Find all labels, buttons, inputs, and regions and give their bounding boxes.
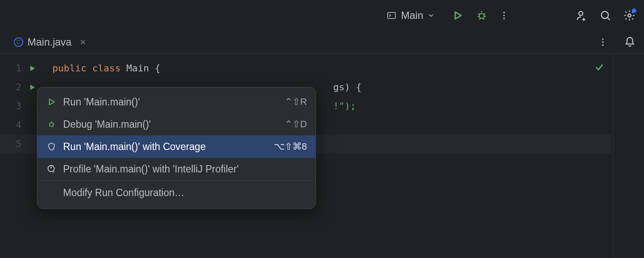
menu-shortcut: ⌥⇧⌘8 [274, 141, 307, 152]
menu-modify-config[interactable]: Modify Run Configuration… [37, 180, 316, 205]
main-toolbar: Main [0, 0, 644, 31]
svg-point-6 [601, 12, 608, 18]
class-file-icon: C [14, 37, 23, 47]
editor-tab-main[interactable]: C Main.java [8, 31, 92, 53]
menu-label: Modify Run Configuration… [63, 187, 185, 199]
inspection-ok-icon[interactable] [594, 62, 605, 73]
bug-icon [46, 120, 57, 129]
gutter-context-menu: Run 'Main.main()' ⌃⇧R Debug 'Main.main()… [37, 87, 316, 209]
chevron-down-icon [428, 12, 434, 19]
svg-point-1 [479, 13, 484, 18]
run-gutter-icon[interactable] [28, 64, 36, 72]
tab-filename: Main.java [27, 36, 72, 48]
svg-point-7 [628, 14, 631, 17]
more-actions-button[interactable] [500, 9, 508, 22]
settings-update-badge [632, 9, 636, 13]
svg-point-12 [602, 44, 604, 46]
code-line: public class Main { [50, 59, 644, 78]
line-number: 1 [0, 59, 21, 78]
menu-profile[interactable]: Profile 'Main.main()' with 'IntelliJ Pro… [37, 158, 316, 180]
profiler-icon [46, 164, 57, 174]
right-tool-rail [613, 54, 644, 258]
menu-label: Profile 'Main.main()' with 'IntelliJ Pro… [63, 163, 239, 175]
menu-label: Run 'Main.main()' with Coverage [63, 141, 206, 153]
shield-run-icon [46, 142, 57, 151]
notifications-icon[interactable] [624, 37, 635, 48]
svg-point-5 [579, 12, 583, 15]
run-gutter-icon[interactable] [28, 83, 36, 91]
run-button[interactable] [452, 9, 464, 22]
add-user-icon[interactable] [575, 9, 587, 22]
line-number: 5 [0, 135, 21, 154]
menu-debug[interactable]: Debug 'Main.main()' ⌃⇧D [37, 113, 316, 135]
run-config-label: Main [401, 9, 423, 22]
tab-more-icon[interactable] [598, 37, 607, 47]
svg-point-10 [602, 38, 604, 40]
run-icon [46, 98, 57, 106]
run-config-selector[interactable]: Main [381, 7, 440, 24]
search-icon[interactable] [599, 9, 611, 22]
svg-rect-0 [388, 12, 395, 18]
menu-label: Run 'Main.main()' [63, 96, 140, 108]
menu-run-coverage[interactable]: Run 'Main.main()' with Coverage ⌥⇧⌘8 [37, 135, 316, 158]
line-number-gutter: 1 2 3 4 5 [0, 54, 27, 258]
menu-label: Debug 'Main.main()' [63, 119, 151, 130]
settings-icon[interactable] [623, 9, 635, 22]
menu-shortcut: ⌃⇧D [285, 119, 307, 130]
menu-run[interactable]: Run 'Main.main()' ⌃⇧R [37, 91, 316, 113]
line-number: 3 [0, 97, 21, 116]
line-number: 4 [0, 116, 21, 135]
svg-point-2 [503, 12, 505, 13]
line-number: 2 [0, 78, 21, 97]
close-tab-icon[interactable] [79, 39, 86, 46]
svg-point-4 [503, 18, 505, 19]
svg-point-11 [602, 41, 604, 43]
terminal-icon [386, 10, 397, 21]
menu-shortcut: ⌃⇧R [285, 96, 307, 108]
svg-point-3 [503, 15, 505, 16]
debug-button[interactable] [476, 9, 488, 22]
svg-text:C: C [17, 39, 21, 45]
editor-tab-bar: C Main.java [0, 31, 644, 53]
